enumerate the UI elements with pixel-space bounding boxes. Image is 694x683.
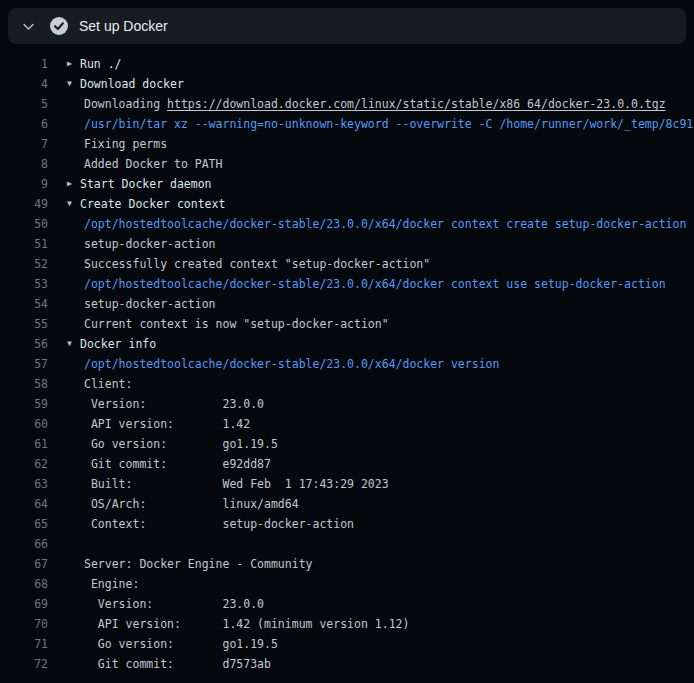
line-number[interactable]: 5 [0,94,48,114]
log-text: Added Docker to PATH [84,154,222,174]
log-line: 50/opt/hostedtoolcache/docker-stable/23.… [0,214,694,234]
line-number[interactable]: 55 [0,314,48,334]
log-text: Git commit: e92dd87 [84,454,271,474]
command-text: /opt/hostedtoolcache/docker-stable/23.0.… [84,274,666,294]
group-header[interactable]: ▶Start Docker daemon [67,174,212,194]
log-text: Built: Wed Feb 1 17:43:29 2023 [84,474,389,494]
line-number[interactable]: 56 [0,334,48,354]
line-number[interactable]: 66 [0,534,48,554]
group-title[interactable]: Download docker [80,74,184,94]
log-line: 8Added Docker to PATH [0,154,694,174]
line-number[interactable]: 72 [0,654,48,674]
line-number[interactable]: 53 [0,274,48,294]
triangle-down-icon[interactable]: ▼ [67,334,80,354]
group-header[interactable]: ▼Download docker [67,74,184,94]
log-line: 56▼Docker info [0,334,694,354]
log-line: 59 Version: 23.0.0 [0,394,694,414]
log-text: Engine: [84,574,139,594]
line-number[interactable]: 4 [0,74,48,94]
chevron-down-icon[interactable] [21,19,35,33]
line-number[interactable]: 60 [0,414,48,434]
step-header[interactable]: Set up Docker [8,8,686,44]
log-text: setup-docker-action [84,234,216,254]
line-number[interactable]: 54 [0,294,48,314]
log-text: Downloading https://download.docker.com/… [84,94,666,114]
log-text: Client: [84,374,132,394]
line-number[interactable]: 71 [0,634,48,654]
line-number[interactable]: 6 [0,114,48,134]
triangle-down-icon[interactable]: ▼ [67,74,80,94]
line-number[interactable]: 58 [0,374,48,394]
log-text: Successfully created context "setup-dock… [84,254,430,274]
log-line: 66 [0,534,694,554]
log-line: 70 API version: 1.42 (minimum version 1.… [0,614,694,634]
line-number[interactable]: 9 [0,174,48,194]
group-title[interactable]: Docker info [80,334,156,354]
log-line: 54setup-docker-action [0,294,694,314]
line-number[interactable]: 8 [0,154,48,174]
line-number[interactable]: 65 [0,514,48,534]
log-line: 5Downloading https://download.docker.com… [0,94,694,114]
group-title[interactable]: Start Docker daemon [80,174,212,194]
log-line: 68 Engine: [0,574,694,594]
line-number[interactable]: 52 [0,254,48,274]
log-text: API version: 1.42 (minimum version 1.12) [84,614,409,634]
log-line: 69 Version: 23.0.0 [0,594,694,614]
log-line: 62 Git commit: e92dd87 [0,454,694,474]
log-text: Version: 23.0.0 [84,594,264,614]
log-lines-container: 1▶Run ./4▼Download docker5Downloading ht… [0,44,694,683]
log-text: setup-docker-action [84,294,216,314]
line-number[interactable]: 64 [0,494,48,514]
log-viewer: Set up Docker 1▶Run ./4▼Download docker5… [0,0,694,683]
line-number[interactable]: 68 [0,574,48,594]
log-text: Current context is now "setup-docker-act… [84,314,389,334]
check-circle-icon [50,17,68,35]
log-line: 53/opt/hostedtoolcache/docker-stable/23.… [0,274,694,294]
line-number[interactable]: 62 [0,454,48,474]
log-line: 52Successfully created context "setup-do… [0,254,694,274]
step-title: Set up Docker [79,18,168,34]
line-number[interactable]: 50 [0,214,48,234]
command-text: /opt/hostedtoolcache/docker-stable/23.0.… [84,354,499,374]
line-number[interactable]: 51 [0,234,48,254]
log-line: 1▶Run ./ [0,54,694,74]
log-text: Fixing perms [84,134,167,154]
line-number[interactable]: 70 [0,614,48,634]
log-line: 63 Built: Wed Feb 1 17:43:29 2023 [0,474,694,494]
line-number[interactable]: 63 [0,474,48,494]
log-link[interactable]: https://download.docker.com/linux/static… [167,97,666,111]
log-line: 51setup-docker-action [0,234,694,254]
line-number[interactable]: 67 [0,554,48,574]
line-number[interactable]: 59 [0,394,48,414]
log-line: 4▼Download docker [0,74,694,94]
line-number[interactable]: 1 [0,54,48,74]
log-line: 57/opt/hostedtoolcache/docker-stable/23.… [0,354,694,374]
log-line: 55Current context is now "setup-docker-a… [0,314,694,334]
group-header[interactable]: ▼Docker info [67,334,156,354]
log-line: 72 Git commit: d7573ab [0,654,694,674]
line-number[interactable]: 61 [0,434,48,454]
command-text: /opt/hostedtoolcache/docker-stable/23.0.… [84,214,686,234]
log-text: Go version: go1.19.5 [84,434,278,454]
group-title[interactable]: Create Docker context [80,194,225,214]
command-text: /usr/bin/tar xz --warning=no-unknown-key… [84,114,693,134]
log-line: 65 Context: setup-docker-action [0,514,694,534]
triangle-right-icon[interactable]: ▶ [67,54,80,74]
line-number[interactable]: 57 [0,354,48,374]
log-line: 7Fixing perms [0,134,694,154]
triangle-down-icon[interactable]: ▼ [67,194,80,214]
line-number[interactable]: 7 [0,134,48,154]
line-number[interactable]: 69 [0,594,48,614]
group-header[interactable]: ▼Create Docker context [67,194,225,214]
group-title[interactable]: Run ./ [80,54,122,74]
log-text: Go version: go1.19.5 [84,634,278,654]
log-line: 58Client: [0,374,694,394]
log-text: API version: 1.42 [84,414,250,434]
log-line: 64 OS/Arch: linux/amd64 [0,494,694,514]
group-header[interactable]: ▶Run ./ [67,54,122,74]
log-line: 49▼Create Docker context [0,194,694,214]
log-line: 6/usr/bin/tar xz --warning=no-unknown-ke… [0,114,694,134]
triangle-right-icon[interactable]: ▶ [67,174,80,194]
log-text: Git commit: d7573ab [84,654,271,674]
line-number[interactable]: 49 [0,194,48,214]
